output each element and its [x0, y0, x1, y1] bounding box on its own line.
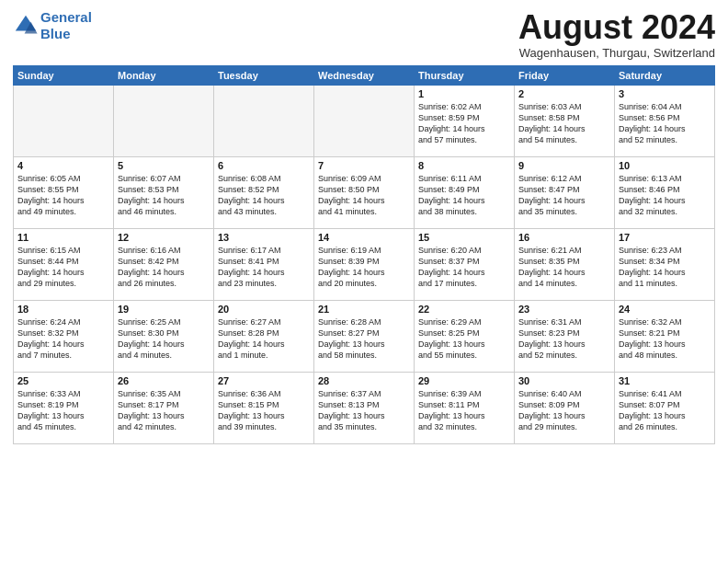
calendar-cell: 10Sunrise: 6:13 AM Sunset: 8:46 PM Dayli… [615, 156, 715, 228]
day-number: 5 [118, 160, 210, 171]
col-friday: Friday [515, 65, 615, 85]
calendar-cell: 5Sunrise: 6:07 AM Sunset: 8:53 PM Daylig… [114, 156, 214, 228]
col-sunday: Sunday [14, 65, 114, 85]
calendar-cell [114, 85, 214, 156]
cell-info: Sunrise: 6:40 AM Sunset: 8:09 PM Dayligh… [518, 388, 610, 433]
cell-info: Sunrise: 6:16 AM Sunset: 8:42 PM Dayligh… [118, 245, 210, 290]
cell-info: Sunrise: 6:07 AM Sunset: 8:53 PM Dayligh… [118, 173, 210, 218]
col-wednesday: Wednesday [314, 65, 415, 85]
calendar-cell: 15Sunrise: 6:20 AM Sunset: 8:37 PM Dayli… [415, 228, 515, 300]
calendar-cell: 16Sunrise: 6:21 AM Sunset: 8:35 PM Dayli… [515, 228, 615, 300]
day-number: 8 [418, 160, 510, 171]
calendar-cell: 1Sunrise: 6:02 AM Sunset: 8:59 PM Daylig… [415, 85, 515, 156]
calendar-cell: 18Sunrise: 6:24 AM Sunset: 8:32 PM Dayli… [14, 300, 114, 372]
calendar-cell: 25Sunrise: 6:33 AM Sunset: 8:19 PM Dayli… [14, 372, 114, 443]
calendar-cell: 23Sunrise: 6:31 AM Sunset: 8:23 PM Dayli… [515, 300, 615, 372]
calendar-cell [14, 85, 114, 156]
calendar-cell: 12Sunrise: 6:16 AM Sunset: 8:42 PM Dayli… [114, 228, 214, 300]
day-number: 9 [518, 160, 610, 171]
cell-info: Sunrise: 6:32 AM Sunset: 8:21 PM Dayligh… [619, 316, 711, 362]
day-number: 4 [17, 160, 109, 171]
calendar-cell: 30Sunrise: 6:40 AM Sunset: 8:09 PM Dayli… [515, 372, 615, 443]
calendar-cell: 2Sunrise: 6:03 AM Sunset: 8:58 PM Daylig… [515, 85, 615, 156]
cell-info: Sunrise: 6:24 AM Sunset: 8:32 PM Dayligh… [17, 316, 109, 362]
cell-info: Sunrise: 6:05 AM Sunset: 8:55 PM Dayligh… [17, 173, 109, 218]
cell-info: Sunrise: 6:41 AM Sunset: 8:07 PM Dayligh… [619, 388, 711, 433]
location: Wagenhausen, Thurgau, Switzerland [518, 46, 715, 60]
calendar-week-4: 25Sunrise: 6:33 AM Sunset: 8:19 PM Dayli… [14, 372, 715, 443]
day-number: 6 [218, 160, 310, 171]
day-number: 18 [17, 304, 109, 315]
cell-info: Sunrise: 6:19 AM Sunset: 8:39 PM Dayligh… [318, 245, 410, 290]
day-number: 27 [218, 375, 310, 386]
calendar-cell: 14Sunrise: 6:19 AM Sunset: 8:39 PM Dayli… [314, 228, 415, 300]
cell-info: Sunrise: 6:17 AM Sunset: 8:41 PM Dayligh… [218, 245, 310, 290]
day-number: 11 [17, 232, 109, 243]
calendar-cell: 28Sunrise: 6:37 AM Sunset: 8:13 PM Dayli… [314, 372, 415, 443]
day-number: 30 [518, 375, 610, 386]
cell-info: Sunrise: 6:02 AM Sunset: 8:59 PM Dayligh… [418, 101, 510, 146]
calendar-cell: 20Sunrise: 6:27 AM Sunset: 8:28 PM Dayli… [214, 300, 314, 372]
day-number: 1 [418, 88, 510, 99]
day-number: 14 [318, 232, 410, 243]
col-tuesday: Tuesday [214, 65, 314, 85]
calendar-cell: 27Sunrise: 6:36 AM Sunset: 8:15 PM Dayli… [214, 372, 314, 443]
calendar-week-3: 18Sunrise: 6:24 AM Sunset: 8:32 PM Dayli… [14, 300, 715, 372]
day-number: 20 [218, 304, 310, 315]
calendar-cell [214, 85, 314, 156]
cell-info: Sunrise: 6:12 AM Sunset: 8:47 PM Dayligh… [518, 173, 610, 218]
day-number: 19 [118, 304, 210, 315]
calendar-cell: 31Sunrise: 6:41 AM Sunset: 8:07 PM Dayli… [615, 372, 715, 443]
calendar-cell: 11Sunrise: 6:15 AM Sunset: 8:44 PM Dayli… [14, 228, 114, 300]
cell-info: Sunrise: 6:20 AM Sunset: 8:37 PM Dayligh… [418, 245, 510, 290]
calendar-cell: 7Sunrise: 6:09 AM Sunset: 8:50 PM Daylig… [314, 156, 415, 228]
day-number: 2 [518, 88, 610, 99]
logo-line1: General [40, 9, 92, 25]
calendar-week-1: 4Sunrise: 6:05 AM Sunset: 8:55 PM Daylig… [14, 156, 715, 228]
calendar-cell: 3Sunrise: 6:04 AM Sunset: 8:56 PM Daylig… [615, 85, 715, 156]
day-number: 10 [619, 160, 711, 171]
month-title: August 2024 [518, 9, 715, 46]
col-monday: Monday [114, 65, 214, 85]
cell-info: Sunrise: 6:09 AM Sunset: 8:50 PM Dayligh… [318, 173, 410, 218]
col-thursday: Thursday [415, 65, 515, 85]
cell-info: Sunrise: 6:15 AM Sunset: 8:44 PM Dayligh… [17, 245, 109, 290]
day-number: 23 [518, 304, 610, 315]
calendar-cell: 13Sunrise: 6:17 AM Sunset: 8:41 PM Dayli… [214, 228, 314, 300]
day-number: 25 [17, 375, 109, 386]
calendar-cell: 29Sunrise: 6:39 AM Sunset: 8:11 PM Dayli… [415, 372, 515, 443]
cell-info: Sunrise: 6:33 AM Sunset: 8:19 PM Dayligh… [17, 388, 109, 433]
cell-info: Sunrise: 6:25 AM Sunset: 8:30 PM Dayligh… [118, 316, 210, 362]
col-saturday: Saturday [615, 65, 715, 85]
cell-info: Sunrise: 6:28 AM Sunset: 8:27 PM Dayligh… [318, 316, 410, 362]
day-number: 12 [118, 232, 210, 243]
calendar-week-2: 11Sunrise: 6:15 AM Sunset: 8:44 PM Dayli… [14, 228, 715, 300]
calendar-cell: 22Sunrise: 6:29 AM Sunset: 8:25 PM Dayli… [415, 300, 515, 372]
cell-info: Sunrise: 6:04 AM Sunset: 8:56 PM Dayligh… [619, 101, 711, 146]
day-number: 28 [318, 375, 410, 386]
calendar-cell: 17Sunrise: 6:23 AM Sunset: 8:34 PM Dayli… [615, 228, 715, 300]
logo-text: General Blue [40, 9, 92, 42]
cell-info: Sunrise: 6:37 AM Sunset: 8:13 PM Dayligh… [318, 388, 410, 433]
calendar-cell: 8Sunrise: 6:11 AM Sunset: 8:49 PM Daylig… [415, 156, 515, 228]
cell-info: Sunrise: 6:08 AM Sunset: 8:52 PM Dayligh… [218, 173, 310, 218]
logo-line2: Blue [40, 26, 71, 41]
cell-info: Sunrise: 6:21 AM Sunset: 8:35 PM Dayligh… [518, 245, 610, 290]
calendar-cell: 4Sunrise: 6:05 AM Sunset: 8:55 PM Daylig… [14, 156, 114, 228]
calendar-cell [314, 85, 415, 156]
day-number: 3 [619, 88, 711, 99]
day-number: 22 [418, 304, 510, 315]
cell-info: Sunrise: 6:03 AM Sunset: 8:58 PM Dayligh… [518, 101, 610, 146]
cell-info: Sunrise: 6:35 AM Sunset: 8:17 PM Dayligh… [118, 388, 210, 433]
calendar-header-row: Sunday Monday Tuesday Wednesday Thursday… [14, 65, 715, 85]
title-block: August 2024 Wagenhausen, Thurgau, Switze… [518, 9, 715, 60]
day-number: 15 [418, 232, 510, 243]
cell-info: Sunrise: 6:31 AM Sunset: 8:23 PM Dayligh… [518, 316, 610, 362]
day-number: 13 [218, 232, 310, 243]
calendar-cell: 24Sunrise: 6:32 AM Sunset: 8:21 PM Dayli… [615, 300, 715, 372]
cell-info: Sunrise: 6:11 AM Sunset: 8:49 PM Dayligh… [418, 173, 510, 218]
cell-info: Sunrise: 6:36 AM Sunset: 8:15 PM Dayligh… [218, 388, 310, 433]
calendar-cell: 21Sunrise: 6:28 AM Sunset: 8:27 PM Dayli… [314, 300, 415, 372]
header: General Blue August 2024 Wagenhausen, Th… [13, 9, 715, 60]
cell-info: Sunrise: 6:39 AM Sunset: 8:11 PM Dayligh… [418, 388, 510, 433]
